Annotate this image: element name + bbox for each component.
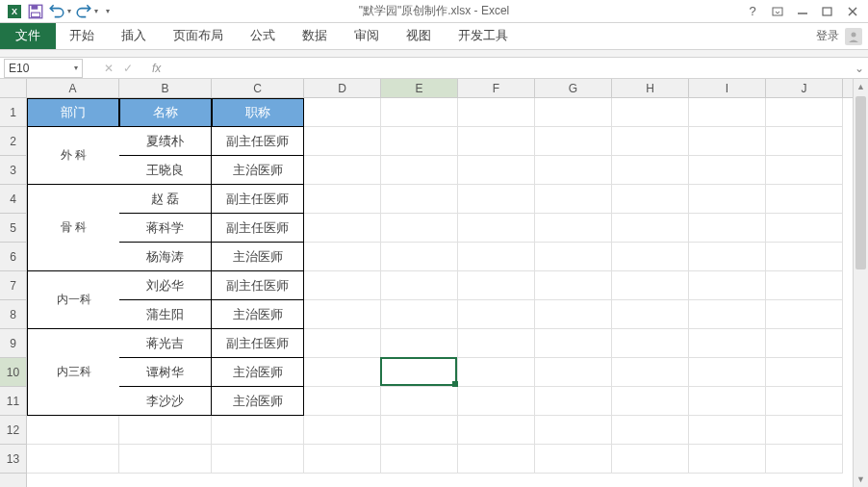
fx-icon[interactable]: fx xyxy=(152,62,161,75)
cell-C10[interactable]: 主治医师 xyxy=(212,358,304,387)
cell-E13[interactable] xyxy=(381,445,458,474)
col-header-F[interactable]: F xyxy=(458,79,535,97)
cell-H11[interactable] xyxy=(612,387,689,416)
cell-I3[interactable] xyxy=(689,156,766,185)
col-header-A[interactable]: A xyxy=(27,79,119,97)
cell-I12[interactable] xyxy=(689,416,766,445)
cell-G4[interactable] xyxy=(535,185,612,214)
cell-C3[interactable]: 主治医师 xyxy=(212,156,304,185)
cell-D5[interactable] xyxy=(304,214,381,243)
cells-area[interactable]: 部门名称职称夏绩朴副主任医师王晓良主治医师赵 磊副主任医师蒋科学副主任医师杨海涛… xyxy=(27,98,853,474)
scroll-up-icon[interactable]: ▲ xyxy=(854,79,868,94)
col-header-B[interactable]: B xyxy=(119,79,212,97)
row-header-7[interactable]: 7 xyxy=(0,271,26,300)
cell-E3[interactable] xyxy=(381,156,458,185)
undo-icon[interactable] xyxy=(48,3,65,20)
cell-F4[interactable] xyxy=(458,185,535,214)
cell-G13[interactable] xyxy=(535,445,612,474)
cell-I4[interactable] xyxy=(689,185,766,214)
cell-D4[interactable] xyxy=(304,185,381,214)
cell-H3[interactable] xyxy=(612,156,689,185)
chevron-down-icon[interactable]: ▾ xyxy=(74,64,78,72)
merged-cell-A9[interactable]: 内三科 xyxy=(27,329,119,416)
cell-G12[interactable] xyxy=(535,416,612,445)
cell-A12[interactable] xyxy=(27,416,119,445)
cell-J11[interactable] xyxy=(766,387,843,416)
cell-G3[interactable] xyxy=(535,156,612,185)
cell-B1[interactable]: 名称 xyxy=(119,98,212,127)
cell-C7[interactable]: 副主任医师 xyxy=(212,271,304,300)
cell-E8[interactable] xyxy=(381,300,458,329)
fx-confirm-icon[interactable]: ✓ xyxy=(123,62,133,75)
cell-F9[interactable] xyxy=(458,329,535,358)
cell-D10[interactable] xyxy=(304,358,381,387)
cell-I2[interactable] xyxy=(689,127,766,156)
col-header-I[interactable]: I xyxy=(689,79,766,97)
scroll-down-icon[interactable]: ▼ xyxy=(854,472,868,487)
cell-B11[interactable]: 李沙沙 xyxy=(119,387,212,416)
cell-H12[interactable] xyxy=(612,416,689,445)
cell-H4[interactable] xyxy=(612,185,689,214)
minimize-button[interactable] xyxy=(791,2,814,21)
cell-F12[interactable] xyxy=(458,416,535,445)
select-all-corner[interactable] xyxy=(0,79,26,98)
cell-B5[interactable]: 蒋科学 xyxy=(119,214,212,243)
cell-C8[interactable]: 主治医师 xyxy=(212,300,304,329)
cell-G6[interactable] xyxy=(535,243,612,271)
cell-G9[interactable] xyxy=(535,329,612,358)
grid[interactable]: ABCDEFGHIJ 部门名称职称夏绩朴副主任医师王晓良主治医师赵 磊副主任医师… xyxy=(27,79,853,487)
cell-I7[interactable] xyxy=(689,271,766,300)
close-button[interactable] xyxy=(841,2,864,21)
cell-G11[interactable] xyxy=(535,387,612,416)
cell-F6[interactable] xyxy=(458,243,535,271)
cell-F11[interactable] xyxy=(458,387,535,416)
row-header-2[interactable]: 2 xyxy=(0,127,26,156)
merged-cell-A2[interactable]: 外 科 xyxy=(27,127,119,185)
cell-J2[interactable] xyxy=(766,127,843,156)
cell-B12[interactable] xyxy=(119,416,212,445)
cell-I5[interactable] xyxy=(689,214,766,243)
cell-B8[interactable]: 蒲生阳 xyxy=(119,300,212,329)
tab-review[interactable]: 审阅 xyxy=(341,23,393,49)
scroll-thumb[interactable] xyxy=(855,96,866,269)
merged-cell-A7[interactable]: 内一科 xyxy=(27,271,119,329)
cell-D13[interactable] xyxy=(304,445,381,474)
cell-E4[interactable] xyxy=(381,185,458,214)
cell-I10[interactable] xyxy=(689,358,766,387)
cell-D3[interactable] xyxy=(304,156,381,185)
formula-input[interactable] xyxy=(166,60,851,77)
cell-F13[interactable] xyxy=(458,445,535,474)
col-header-E[interactable]: E xyxy=(381,79,458,97)
cell-E1[interactable] xyxy=(381,98,458,127)
cell-E7[interactable] xyxy=(381,271,458,300)
maximize-button[interactable] xyxy=(816,2,839,21)
cell-B7[interactable]: 刘必华 xyxy=(119,271,212,300)
row-header-5[interactable]: 5 xyxy=(0,214,26,243)
tab-view[interactable]: 视图 xyxy=(393,23,445,49)
cell-I11[interactable] xyxy=(689,387,766,416)
merged-cell-A4[interactable]: 骨 科 xyxy=(27,185,119,271)
tab-home[interactable]: 开始 xyxy=(56,23,108,49)
row-header-6[interactable]: 6 xyxy=(0,243,26,271)
cell-D9[interactable] xyxy=(304,329,381,358)
cell-I1[interactable] xyxy=(689,98,766,127)
cell-E2[interactable] xyxy=(381,127,458,156)
help-button[interactable]: ? xyxy=(741,2,764,21)
cell-I9[interactable] xyxy=(689,329,766,358)
cell-B3[interactable]: 王晓良 xyxy=(119,156,212,185)
cell-G7[interactable] xyxy=(535,271,612,300)
cell-C4[interactable]: 副主任医师 xyxy=(212,185,304,214)
cell-C12[interactable] xyxy=(212,416,304,445)
cell-G1[interactable] xyxy=(535,98,612,127)
cell-J6[interactable] xyxy=(766,243,843,271)
cell-H8[interactable] xyxy=(612,300,689,329)
cell-J8[interactable] xyxy=(766,300,843,329)
cell-C9[interactable]: 副主任医师 xyxy=(212,329,304,358)
col-header-H[interactable]: H xyxy=(612,79,689,97)
ribbon-options-icon[interactable] xyxy=(766,2,789,21)
cell-D2[interactable] xyxy=(304,127,381,156)
excel-app-icon[interactable]: X xyxy=(6,3,23,20)
cell-G10[interactable] xyxy=(535,358,612,387)
cell-B6[interactable]: 杨海涛 xyxy=(119,243,212,271)
row-header-3[interactable]: 3 xyxy=(0,156,26,185)
